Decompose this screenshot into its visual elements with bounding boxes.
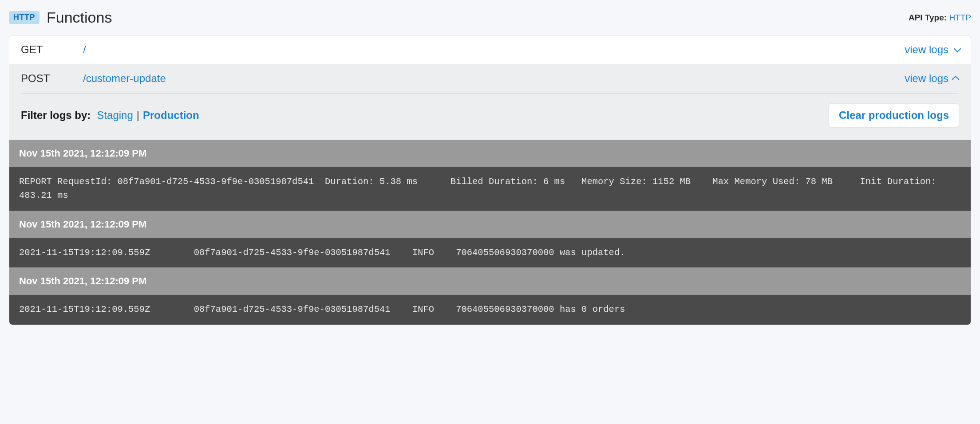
function-row-post-customer-update: POST /customer-update view logs: [9, 64, 971, 93]
api-type-label: API Type:: [909, 13, 947, 22]
log-timestamp-header: Nov 15th 2021, 12:12:09 PM: [9, 211, 971, 238]
api-type-value[interactable]: HTTP: [949, 13, 971, 22]
view-logs-label: view logs: [905, 72, 948, 85]
chevron-down-icon: [954, 45, 961, 52]
filter-label: Filter logs by:: [21, 109, 91, 122]
http-method: GET: [21, 43, 83, 56]
filter-bar: Filter logs by: Staging | Production Cle…: [9, 93, 971, 140]
function-row-get-root: GET / view logs: [9, 35, 971, 64]
http-method: POST: [21, 72, 83, 85]
http-badge: HTTP: [9, 11, 40, 24]
log-entry: Nov 15th 2021, 12:12:09 PM 2021-11-15T19…: [9, 267, 971, 325]
functions-panel: GET / view logs POST /customer-update vi…: [9, 35, 971, 325]
page-title: Functions: [47, 9, 112, 26]
view-logs-toggle[interactable]: view logs: [905, 72, 959, 85]
view-logs-toggle[interactable]: view logs: [905, 43, 959, 56]
page-header: HTTP Functions API Type: HTTP: [9, 4, 971, 35]
page-header-left: HTTP Functions: [9, 9, 112, 26]
log-body: 2021-11-15T19:12:09.559Z 08f7a901-d725-4…: [9, 238, 971, 268]
clear-production-logs-button[interactable]: Clear production logs: [829, 103, 959, 127]
log-timestamp-header: Nov 15th 2021, 12:12:09 PM: [9, 140, 971, 167]
api-type: API Type: HTTP: [909, 13, 971, 23]
filter-controls: Filter logs by: Staging | Production: [21, 109, 199, 122]
log-timestamp-header: Nov 15th 2021, 12:12:09 PM: [9, 267, 971, 295]
function-path-link[interactable]: /: [83, 43, 905, 56]
filter-separator: |: [137, 109, 139, 122]
log-body: REPORT RequestId: 08f7a901-d725-4533-9f9…: [9, 167, 971, 211]
log-body: 2021-11-15T19:12:09.559Z 08f7a901-d725-4…: [9, 295, 971, 325]
function-path-link[interactable]: /customer-update: [83, 72, 905, 85]
filter-staging-link[interactable]: Staging: [97, 109, 133, 122]
log-entry: Nov 15th 2021, 12:12:09 PM 2021-11-15T19…: [9, 211, 971, 268]
log-entry: Nov 15th 2021, 12:12:09 PM REPORT Reques…: [9, 140, 971, 211]
chevron-up-icon: [952, 76, 959, 83]
view-logs-label: view logs: [905, 43, 948, 56]
filter-production-link[interactable]: Production: [143, 109, 199, 122]
